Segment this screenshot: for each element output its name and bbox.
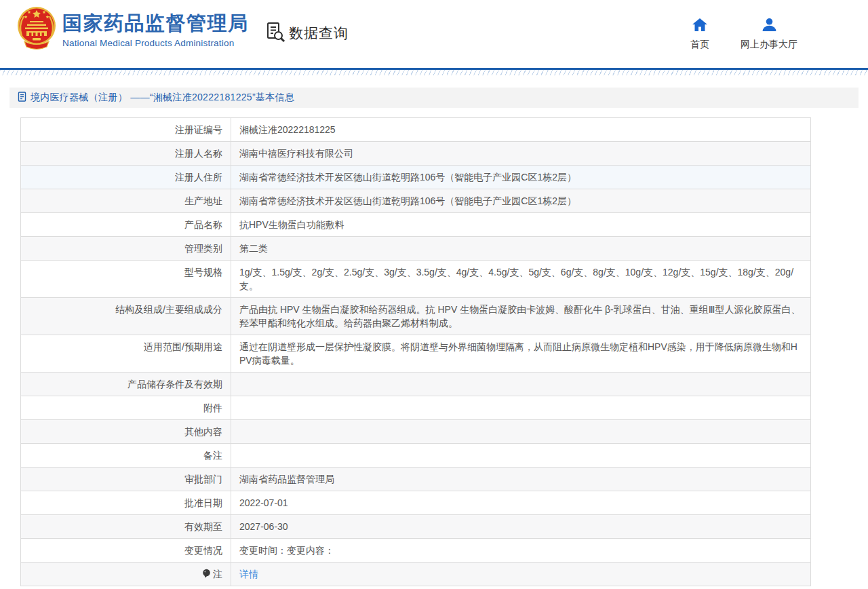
table-row: 注详情 bbox=[21, 563, 810, 586]
row-label-text: 批准日期 bbox=[184, 496, 222, 510]
top-nav: 首页 网上办事大厅 bbox=[690, 18, 797, 51]
row-value: 变更时间：变更内容： bbox=[231, 539, 810, 562]
table-row: 有效期至2027-06-30 bbox=[21, 515, 810, 539]
row-value bbox=[231, 373, 810, 396]
table-row: 备注 bbox=[21, 444, 810, 468]
row-label-text: 结构及组成/主要组成成分 bbox=[115, 303, 222, 316]
row-label: 注册证编号 bbox=[21, 118, 231, 141]
row-value: 1g/支、1.5g/支、2g/支、2.5g/支、3g/支、3.5g/支、4g/支… bbox=[231, 261, 810, 297]
org-title-block: 国家药品监督管理局 National Medical Products Admi… bbox=[62, 12, 249, 48]
home-icon bbox=[692, 18, 707, 34]
data-query-label: 数据查询 bbox=[289, 24, 349, 43]
table-row: 附件 bbox=[21, 396, 810, 420]
row-label: 适用范围/预期用途 bbox=[21, 335, 231, 372]
row-label-text: 审批部门 bbox=[184, 472, 222, 486]
row-value: 湖南省药品监督管理局 bbox=[231, 468, 810, 491]
row-value: 湖南省常德经济技术开发区德山街道乾明路106号（智能电子产业园C区1栋2层） bbox=[231, 189, 810, 212]
row-label: 其他内容 bbox=[21, 420, 231, 443]
row-label-text: 变更情况 bbox=[184, 544, 222, 557]
nav-service-hall-label: 网上办事大厅 bbox=[741, 39, 797, 51]
row-label: 注册人住所 bbox=[21, 166, 231, 189]
data-query-module[interactable]: 数据查询 bbox=[265, 21, 349, 45]
doc-search-icon bbox=[265, 21, 285, 45]
row-value: 第二类 bbox=[231, 237, 810, 260]
row-label: 附件 bbox=[21, 396, 231, 419]
row-value: 产品由抗 HPV 生物蛋白凝胶和给药器组成。抗 HPV 生物蛋白凝胶由卡波姆、酸… bbox=[231, 298, 810, 335]
row-label: 备注 bbox=[21, 444, 231, 467]
row-value: 湖南省常德经济技术开发区德山街道乾明路106号（智能电子产业园C区1栋2层） bbox=[231, 166, 810, 189]
row-label-text: 注册人住所 bbox=[175, 170, 222, 184]
row-value: 2022-07-01 bbox=[231, 491, 810, 514]
row-label: 生产地址 bbox=[21, 189, 231, 212]
table-row: 批准日期2022-07-01 bbox=[21, 491, 810, 515]
row-label: 变更情况 bbox=[21, 539, 231, 562]
row-label-text: 有效期至 bbox=[184, 520, 222, 533]
org-name-cn: 国家药品监督管理局 bbox=[62, 12, 249, 35]
table-row: 注册证编号湘械注准20222181225 bbox=[21, 118, 810, 142]
row-label: 批准日期 bbox=[21, 491, 231, 514]
row-value: 2027-06-30 bbox=[231, 515, 810, 538]
row-label-text: 型号规格 bbox=[184, 265, 222, 279]
header-divider-hatch bbox=[0, 70, 868, 75]
note-icon bbox=[202, 567, 211, 581]
row-label: 注册人名称 bbox=[21, 142, 231, 165]
info-table: 注册证编号湘械注准20222181225注册人名称湖南中禧医疗科技有限公司注册人… bbox=[20, 117, 811, 586]
table-row: 产品名称抗HPV生物蛋白功能敷料 bbox=[21, 213, 810, 237]
row-value: 湖南中禧医疗科技有限公司 bbox=[231, 142, 810, 165]
row-label-text: 生产地址 bbox=[184, 194, 222, 208]
table-row: 审批部门湖南省药品监督管理局 bbox=[21, 468, 810, 491]
row-label-text: 产品储存条件及有效期 bbox=[127, 377, 222, 391]
row-label: 产品名称 bbox=[21, 213, 231, 236]
row-label-text: 备注 bbox=[203, 449, 222, 462]
row-label-text: 注册证编号 bbox=[175, 123, 222, 136]
table-row: 型号规格1g/支、1.5g/支、2g/支、2.5g/支、3g/支、3.5g/支、… bbox=[21, 261, 810, 298]
row-label-text: 附件 bbox=[203, 401, 222, 415]
row-value: 通过在阴道壁形成一层保护性凝胶膜。将阴道壁与外界细菌物理隔离，从而阻止病原微生物… bbox=[231, 335, 810, 372]
row-label-text: 其他内容 bbox=[184, 425, 222, 438]
row-label: 管理类别 bbox=[21, 237, 231, 260]
page-title: 境内医疗器械（注册） ——“湘械注准20222181225”基本信息 bbox=[31, 92, 294, 104]
page-title-bar: 境内医疗器械（注册） ——“湘械注准20222181225”基本信息 bbox=[9, 88, 859, 108]
table-row: 注册人住所湖南省常德经济技术开发区德山街道乾明路106号（智能电子产业园C区1栋… bbox=[21, 166, 810, 189]
site-header: 国家药品监督管理局 National Medical Products Admi… bbox=[0, 0, 868, 68]
table-row: 结构及组成/主要组成成分产品由抗 HPV 生物蛋白凝胶和给药器组成。抗 HPV … bbox=[21, 298, 810, 335]
table-row: 适用范围/预期用途通过在阴道壁形成一层保护性凝胶膜。将阴道壁与外界细菌物理隔离，… bbox=[21, 335, 810, 373]
table-row: 其他内容 bbox=[21, 420, 810, 444]
row-label-text: 产品名称 bbox=[184, 218, 222, 231]
row-value bbox=[231, 396, 810, 419]
row-label: 有效期至 bbox=[21, 515, 231, 538]
row-label-text: 注册人名称 bbox=[175, 147, 222, 160]
org-name-en: National Medical Products Administration bbox=[62, 38, 249, 48]
user-icon bbox=[762, 18, 776, 34]
row-label: 注 bbox=[21, 563, 231, 586]
row-value bbox=[231, 444, 810, 467]
row-label: 审批部门 bbox=[21, 468, 231, 491]
national-emblem-icon bbox=[15, 43, 58, 55]
row-label: 结构及组成/主要组成成分 bbox=[21, 298, 231, 335]
table-row: 生产地址湖南省常德经济技术开发区德山街道乾明路106号（智能电子产业园C区1栋2… bbox=[21, 189, 810, 213]
row-label: 产品储存条件及有效期 bbox=[21, 373, 231, 396]
row-value: 湘械注准20222181225 bbox=[231, 118, 810, 141]
row-label-text: 管理类别 bbox=[184, 242, 222, 255]
row-label-text: 注 bbox=[213, 567, 222, 581]
table-row: 产品储存条件及有效期 bbox=[21, 373, 810, 396]
table-row: 变更情况变更时间：变更内容： bbox=[21, 539, 810, 563]
row-label-text: 适用范围/预期用途 bbox=[144, 340, 222, 354]
nmpa-logo[interactable] bbox=[15, 5, 58, 53]
table-row: 管理类别第二类 bbox=[21, 237, 810, 261]
row-value bbox=[231, 420, 810, 443]
row-value: 详情 bbox=[231, 563, 810, 586]
nav-home[interactable]: 首页 bbox=[690, 18, 709, 51]
document-icon bbox=[18, 92, 26, 104]
nav-home-label: 首页 bbox=[690, 39, 709, 51]
row-label: 型号规格 bbox=[21, 261, 231, 297]
table-row: 注册人名称湖南中禧医疗科技有限公司 bbox=[21, 142, 810, 166]
detail-link[interactable]: 详情 bbox=[239, 569, 258, 580]
row-value: 抗HPV生物蛋白功能敷料 bbox=[231, 213, 810, 236]
nav-service-hall[interactable]: 网上办事大厅 bbox=[741, 18, 797, 51]
